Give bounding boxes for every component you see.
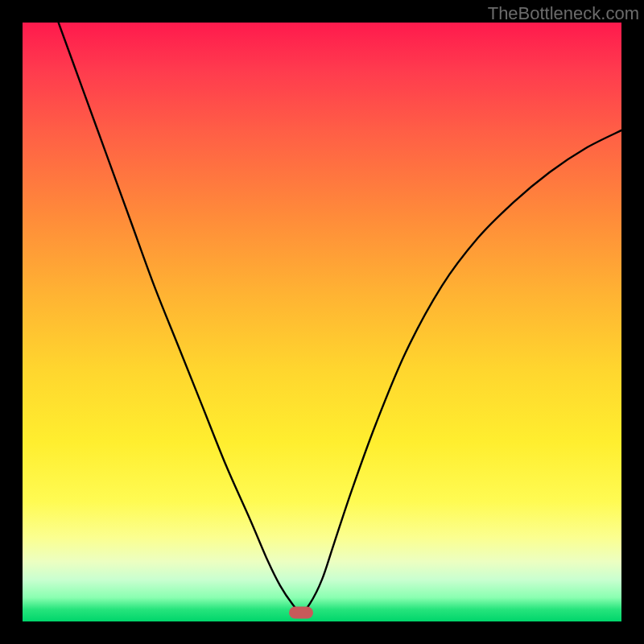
plot-area	[23, 23, 621, 621]
chart-frame: TheBottleneck.com	[0, 0, 644, 644]
watermark-text: TheBottleneck.com	[488, 3, 639, 24]
optimal-marker	[289, 606, 313, 618]
bottleneck-curve	[59, 23, 621, 613]
curve-svg	[23, 23, 621, 621]
